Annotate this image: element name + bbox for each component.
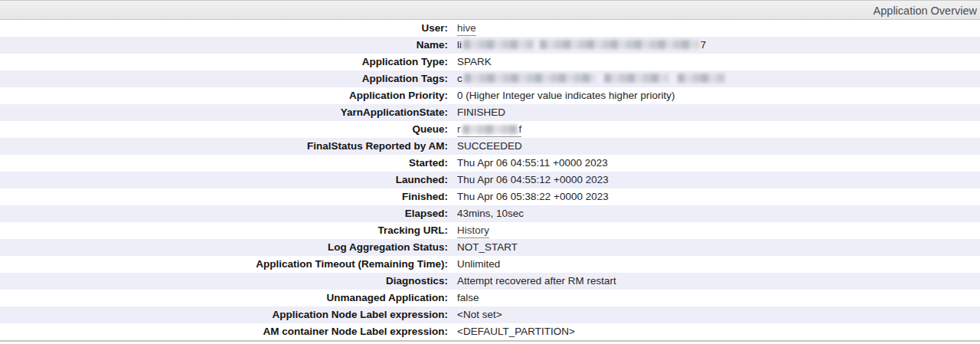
info-row: AM container Node Label expression: <DEF… [0,323,980,340]
row-label: Queue: [0,121,448,138]
info-row: Application Type: SPARK [0,54,980,70]
row-label: Finished: [0,188,448,205]
info-row: Finished: Thu Apr 06 05:38:22 +0000 2023 [0,188,980,205]
row-label: User: [0,20,448,37]
row-value: FINISHED [448,104,980,121]
redacted-text [464,74,596,83]
info-row: Unmanaged Application: false [0,290,980,306]
info-row: Launched: Thu Apr 06 04:55:12 +0000 2023 [0,172,980,188]
row-value: rf [448,121,980,138]
row-value: Thu Apr 06 04:55:12 +0000 2023 [448,172,980,188]
value-text: <DEFAULT_PARTITION> [457,326,575,337]
value-text: <Not set> [457,309,502,320]
info-row: Application Node Label expression: <Not … [0,306,980,323]
row-value: Thu Apr 06 04:55:11 +0000 2023 [448,155,980,172]
row-value: hive [448,20,980,37]
row-value: li 7 [448,37,980,54]
value-text [535,39,538,51]
row-label: AM container Node Label expression: [0,323,448,340]
row-label: Application Node Label expression: [0,306,448,323]
value-text: false [457,292,479,303]
redacted-text [540,40,699,49]
value-text [670,73,676,84]
value-text: Thu Apr 06 04:55:11 +0000 2023 [457,157,608,169]
row-label: Application Priority: [0,87,448,104]
section-header-application-overview: Application Overview [0,0,980,20]
value-link[interactable]: hive [457,21,476,36]
row-label: Launched: [0,172,448,188]
row-value: 0 (Higher Integer value indicates higher… [448,87,980,104]
redacted-text [678,74,725,83]
row-label: Tracking URL: [0,222,448,239]
link-text[interactable]: f [519,123,522,135]
row-label: Unmanaged Application: [0,290,448,306]
row-value: <Not set> [448,306,980,323]
row-label: Application Timeout (Remaining Time): [0,256,448,273]
value-text: li [457,39,462,51]
row-value: Thu Apr 06 05:38:22 +0000 2023 [448,188,980,205]
value-text: Unlimited [457,258,500,270]
row-value: Attempt recovered after RM restart [448,273,980,290]
row-label: Application Type: [0,54,448,70]
value-text: SPARK [457,56,492,67]
value-text: Thu Apr 06 04:55:12 +0000 2023 [457,174,609,185]
row-value: Unlimited [448,256,980,273]
row-label: Started: [0,155,448,172]
row-value: false [448,290,980,306]
row-value: c [448,70,980,87]
redacted-text [604,74,668,83]
value-text: NOT_START [457,241,518,253]
row-label: YarnApplicationState: [0,104,448,121]
info-row: Name: li 7 [0,37,980,54]
value-link[interactable]: History [457,224,489,238]
application-info-table: User: hive Name: li 7 Application Type: … [0,20,980,342]
info-row: Started: Thu Apr 06 04:55:11 +0000 2023 [0,155,980,172]
info-row: Queue: rf [0,121,980,138]
value-text: 7 [701,39,707,51]
info-row: User: hive [0,20,980,37]
value-text: c [457,73,462,84]
value-link[interactable]: rf [457,123,521,137]
value-text: Attempt recovered after RM restart [457,275,616,287]
value-text: FINISHED [457,106,505,118]
info-row: Diagnostics: Attempt recovered after RM … [0,273,980,290]
row-value: SPARK [448,54,980,70]
info-row: Tracking URL: History [0,222,980,239]
info-row: Log Aggregation Status: NOT_START [0,239,980,256]
row-value: <DEFAULT_PARTITION> [448,323,980,340]
row-label: Diagnostics: [0,273,448,290]
redacted-text [462,125,518,134]
info-row: Elapsed: 43mins, 10sec [0,205,980,222]
info-row: Application Tags: c [0,70,980,87]
link-text[interactable]: History [457,224,489,236]
row-value: NOT_START [448,239,980,256]
row-value: History [448,222,980,239]
info-row: Application Timeout (Remaining Time): Un… [0,256,980,273]
link-text[interactable]: r [457,123,461,135]
application-overview-page: Application Overview User: hive Name: li… [0,0,980,344]
value-text: SUCCEEDED [457,140,522,152]
value-text: 0 (Higher Integer value indicates higher… [457,90,675,101]
row-label: Name: [0,37,448,54]
info-row: FinalStatus Reported by AM: SUCCEEDED [0,138,980,155]
value-text [597,73,603,84]
row-label: Elapsed: [0,205,448,222]
value-text: 43mins, 10sec [457,208,524,219]
row-label: Log Aggregation Status: [0,239,448,256]
row-value: 43mins, 10sec [448,205,980,222]
row-label: FinalStatus Reported by AM: [0,138,448,155]
link-text[interactable]: hive [457,22,476,34]
row-value: SUCCEEDED [448,138,980,155]
info-row: YarnApplicationState: FINISHED [0,104,980,121]
row-label: Application Tags: [0,70,448,87]
info-row: Application Priority: 0 (Higher Integer … [0,87,980,104]
value-text: Thu Apr 06 05:38:22 +0000 2023 [457,191,609,202]
redacted-text [463,40,534,49]
